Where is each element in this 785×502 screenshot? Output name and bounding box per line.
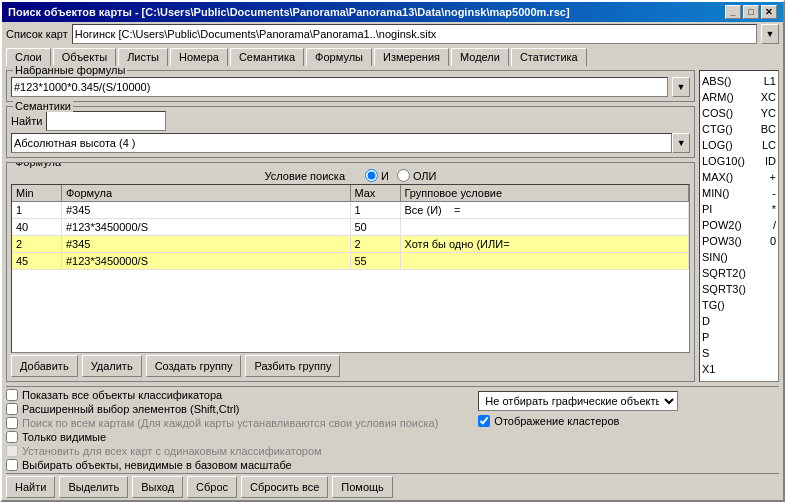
map-list-dropdown-btn[interactable]: ▼ xyxy=(761,24,779,44)
right-panel-item[interactable]: MIN()- xyxy=(702,185,776,201)
reset-button[interactable]: Сброс xyxy=(187,476,237,498)
minimize-button[interactable]: _ xyxy=(725,5,741,19)
graphic-objects-dropdown[interactable]: Не отбирать графические объекты xyxy=(478,391,678,411)
formula-group: Формула Условие поиска И ОЛИ xyxy=(6,162,695,382)
td-condition-3 xyxy=(401,253,690,269)
checkbox-label-3: Только видимые xyxy=(22,431,106,443)
checkbox-label-1: Расширенный выбор элементов (Shift,Ctrl) xyxy=(22,403,240,415)
tab-semantics[interactable]: Семантика xyxy=(230,48,304,66)
table-row[interactable]: 2 #345 2 Хотя бы одно (ИЛИ= xyxy=(12,236,689,253)
add-button[interactable]: Добавить xyxy=(11,355,78,377)
tab-numbers[interactable]: Номера xyxy=(170,48,228,66)
checkbox-label-4: Установить для всех карт с одинаковым кл… xyxy=(22,445,322,457)
right-panel-item[interactable]: TG() xyxy=(702,297,776,313)
checkbox-row-2: Поиск по всем картам (Для каждой карты у… xyxy=(6,417,438,429)
split-group-button[interactable]: Разбить группу xyxy=(245,355,340,377)
semantics-label: Семантики xyxy=(13,100,73,112)
semantics-select-input[interactable] xyxy=(11,133,672,153)
exit-button[interactable]: Выход xyxy=(132,476,183,498)
tab-objects[interactable]: Объекты xyxy=(53,48,116,66)
close-button[interactable]: ✕ xyxy=(761,5,777,19)
tabs-bar: Слои Объекты Листы Номера Семантика Форм… xyxy=(2,46,783,66)
checkbox-row-4: Установить для всех карт с одинаковым кл… xyxy=(6,445,438,457)
th-min: Min xyxy=(12,185,62,201)
func-sin: SIN() xyxy=(702,249,728,265)
clusters-label: Отображение кластеров xyxy=(494,415,619,427)
func-min: MIN() xyxy=(702,185,730,201)
right-panel-item[interactable]: MAX()+ xyxy=(702,169,776,185)
right-panel-item[interactable]: SIN() xyxy=(702,249,776,265)
right-panel-item[interactable]: LOG10()ID xyxy=(702,153,776,169)
tab-sheets[interactable]: Листы xyxy=(118,48,168,66)
create-group-button[interactable]: Создать группу xyxy=(146,355,242,377)
checkbox-row-1: Расширенный выбор элементов (Shift,Ctrl) xyxy=(6,403,438,415)
table-row[interactable]: 45 #123*3450000/S 55 xyxy=(12,253,689,270)
table-row[interactable]: 1 #345 1 Все (И) = xyxy=(12,202,689,219)
help-button[interactable]: Помощь xyxy=(332,476,393,498)
right-panel-item[interactable]: S xyxy=(702,345,776,361)
td-formula-0: #345 xyxy=(62,202,351,218)
func-cos: COS() xyxy=(702,105,733,121)
checkbox-3[interactable] xyxy=(6,431,18,443)
saved-formula-input[interactable] xyxy=(11,77,668,97)
checkbox-5[interactable] xyxy=(6,459,18,471)
bottom-section: Показать все объекты классификатора Расш… xyxy=(2,387,783,473)
maximize-button[interactable]: □ xyxy=(743,5,759,19)
right-panel-item[interactable]: SQRT2() xyxy=(702,265,776,281)
checkbox-label-0: Показать все объекты классификатора xyxy=(22,389,222,401)
right-panel-item[interactable]: ABS()L1 xyxy=(702,73,776,89)
map-list-label: Список карт xyxy=(6,28,68,40)
checkbox-2[interactable] xyxy=(6,417,18,429)
table-row[interactable]: 40 #123*3450000/S 50 xyxy=(12,219,689,236)
saved-formulas-label: Набранные формулы xyxy=(13,66,127,76)
radio-or[interactable] xyxy=(397,169,410,182)
right-panel-item[interactable]: P xyxy=(702,329,776,345)
right-panel-item[interactable]: SQRT3() xyxy=(702,281,776,297)
key-l1: L1 xyxy=(764,73,776,89)
semantics-find-input[interactable] xyxy=(46,111,166,131)
radio-and-label: И xyxy=(381,170,389,182)
right-panel-item[interactable]: ARM()XC xyxy=(702,89,776,105)
right-panel-item[interactable]: COS()YC xyxy=(702,105,776,121)
right-panel-item[interactable]: X1 xyxy=(702,361,776,377)
tab-models[interactable]: Модели xyxy=(451,48,509,66)
table-body: 1 #345 1 Все (И) = 40 #123*3450000/S 50 xyxy=(12,202,689,352)
key-minus: - xyxy=(772,185,776,201)
reset-all-button[interactable]: Сбросить все xyxy=(241,476,328,498)
td-condition-0: Все (И) = xyxy=(401,202,690,218)
func-pow2: POW2() xyxy=(702,217,742,233)
formula-btn-row: Добавить Удалить Создать группу Разбить … xyxy=(11,355,690,377)
select-button[interactable]: Выделить xyxy=(59,476,128,498)
right-panel-item[interactable]: CTG()BC xyxy=(702,121,776,137)
checkbox-row-3: Только видимые xyxy=(6,431,438,443)
checkbox-0[interactable] xyxy=(6,389,18,401)
tab-layers[interactable]: Слои xyxy=(6,48,51,66)
tab-statistics[interactable]: Статистика xyxy=(511,48,587,66)
key-xc: XC xyxy=(761,89,776,105)
right-panel-item[interactable]: POW2()/ xyxy=(702,217,776,233)
find-button[interactable]: Найти xyxy=(6,476,55,498)
checkbox-1[interactable] xyxy=(6,403,18,415)
right-panel-item[interactable]: Y1 xyxy=(702,377,776,382)
right-panel-item[interactable]: PI* xyxy=(702,201,776,217)
delete-button[interactable]: Удалить xyxy=(82,355,142,377)
td-max-2: 2 xyxy=(351,236,401,252)
window-controls: _ □ ✕ xyxy=(725,5,777,19)
tab-formulas[interactable]: Формулы xyxy=(306,48,372,66)
right-panel-item[interactable]: LOG()LC xyxy=(702,137,776,153)
map-list-input[interactable] xyxy=(72,24,757,44)
key-id: ID xyxy=(765,153,776,169)
checkbox-row-0: Показать все объекты классификатора xyxy=(6,389,438,401)
tab-measurements[interactable]: Измерения xyxy=(374,48,449,66)
semantics-dropdown-btn[interactable]: ▼ xyxy=(672,133,690,153)
clusters-checkbox[interactable] xyxy=(478,415,490,427)
right-panel-item[interactable]: D xyxy=(702,313,776,329)
saved-formula-dropdown-btn[interactable]: ▼ xyxy=(672,77,690,97)
checkbox-4[interactable] xyxy=(6,445,18,457)
radio-and[interactable] xyxy=(365,169,378,182)
map-list-bar: Список карт ▼ xyxy=(2,22,783,46)
semantics-find-label: Найти xyxy=(11,115,42,127)
right-panel-item[interactable]: POW3()0 xyxy=(702,233,776,249)
title-bar: Поиск объектов карты - [C:\Users\Public\… xyxy=(2,2,783,22)
right-panel: ABS()L1 ARM()XC COS()YC CTG()BC LOG()LC … xyxy=(699,70,779,382)
